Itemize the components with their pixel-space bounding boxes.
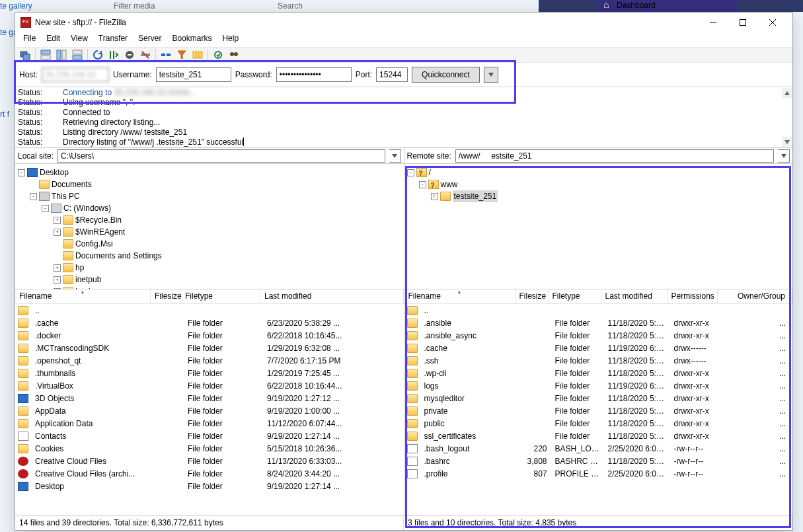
col-header[interactable]: Filetype [181, 289, 260, 303]
svg-rect-10 [128, 54, 132, 56]
tree-node[interactable]: -/ [407, 167, 790, 178]
bg-text[interactable]: rt f [0, 110, 9, 119]
maximize-button[interactable] [728, 13, 757, 32]
file-row[interactable]: CookiesFile folder5/15/2018 10:26:36... [15, 442, 404, 455]
col-header[interactable]: Filesize [151, 289, 181, 303]
disconnect-icon[interactable] [138, 48, 153, 61]
col-header[interactable]: Last modified [601, 289, 668, 303]
tree-node[interactable]: +inetpub [18, 274, 401, 285]
titlebar[interactable]: New site - sftp:// - FileZilla [15, 13, 792, 32]
file-row[interactable]: .profile807PROFILE File2/25/2020 6:03:..… [404, 467, 793, 480]
menu-help[interactable]: Help [217, 32, 244, 47]
site-manager-icon[interactable] [18, 48, 32, 61]
file-row[interactable]: .sshFile folder11/18/2020 5:4...drwx----… [404, 354, 793, 367]
file-row[interactable]: DesktopFile folder9/19/2020 1:27:14 ... [15, 480, 404, 492]
file-row[interactable]: .VirtualBoxFile folder6/22/2018 10:16:44… [15, 379, 404, 392]
file-row[interactable]: .bashrc3,808BASHRC File11/18/2020 5:4...… [404, 455, 793, 467]
file-row[interactable]: .MCTranscodingSDKFile folder1/29/2019 6:… [15, 342, 404, 354]
col-header[interactable]: Owner/Group [718, 289, 793, 303]
tree-node[interactable]: Config.Msi [18, 238, 401, 250]
close-button[interactable] [757, 13, 787, 32]
refresh-icon[interactable] [91, 48, 105, 61]
menu-transfer[interactable]: Transfer [93, 32, 133, 47]
sync-browse-icon[interactable] [211, 48, 225, 61]
remote-site-input[interactable] [455, 149, 774, 163]
dashboard-link[interactable]: Dashboard [598, 0, 737, 12]
file-row[interactable]: 3D ObjectsFile folder9/19/2020 1:27:12 .… [15, 392, 404, 404]
file-row[interactable]: ContactsFile folder9/19/2020 1:27:14 ... [15, 430, 404, 442]
tree-node[interactable]: -Desktop [18, 167, 401, 178]
file-row[interactable]: .ansible_asyncFile folder11/18/2020 5:4.… [404, 329, 793, 342]
tree-node[interactable]: Documents [18, 178, 401, 190]
file-row[interactable]: .cacheFile folder6/23/2020 5:38:29 ... [15, 317, 404, 329]
tree-node[interactable]: -C: (Windows) [18, 202, 401, 214]
filter-icon[interactable] [174, 48, 189, 61]
file-row[interactable]: .wp-cliFile folder11/18/2020 5:4...drwxr… [404, 367, 793, 379]
file-row[interactable]: Creative Cloud FilesFile folder11/13/202… [15, 455, 404, 467]
port-input[interactable] [376, 67, 408, 82]
menu-bookmarks[interactable]: Bookmarks [167, 32, 217, 47]
menu-view[interactable]: View [65, 32, 93, 47]
file-row[interactable]: .thumbnailsFile folder1/29/2019 7:25:45 … [15, 367, 404, 379]
search-icon[interactable] [227, 48, 241, 61]
scroll-down-button[interactable] [782, 137, 792, 147]
scroll-up-button[interactable] [782, 88, 792, 98]
minimize-button[interactable] [698, 13, 728, 32]
toggle-queue-icon[interactable] [70, 48, 85, 61]
tree-node[interactable]: +hp [18, 262, 401, 274]
file-row[interactable]: publicFile folder11/18/2020 5:4...drwxr-… [404, 417, 793, 430]
local-site-dropdown[interactable] [389, 149, 401, 163]
tree-node[interactable]: Documents and Settings [18, 250, 401, 262]
col-header[interactable]: Permissions [668, 289, 718, 303]
local-tree[interactable]: -DesktopDocuments-This PC-C: (Windows)+$… [15, 163, 404, 289]
menu-server[interactable]: Server [133, 32, 167, 47]
tree-node[interactable]: -This PC [18, 190, 401, 202]
file-row[interactable]: .bash_logout220BASH_LOG...2/25/2020 6:03… [404, 442, 793, 455]
tree-node[interactable]: +$Recycle.Bin [18, 214, 401, 226]
file-row[interactable]: .dockerFile folder6/22/2018 10:16:45... [15, 329, 404, 342]
file-row[interactable]: .openshot_qtFile folder7/7/2020 6:17:15 … [15, 354, 404, 367]
local-site-input[interactable] [57, 149, 385, 163]
toolbar [15, 47, 792, 63]
file-row[interactable]: Creative Cloud Files (archi...File folde… [15, 467, 404, 480]
file-row[interactable]: mysqleditorFile folder11/18/2020 5:4...d… [404, 392, 793, 404]
toggle-log-icon[interactable] [38, 48, 53, 61]
col-header[interactable]: Filename▴ [404, 289, 516, 303]
file-row[interactable]: logsFile folder11/19/2020 6:0...drwxr-xr… [404, 379, 793, 392]
reconnect-icon[interactable] [159, 48, 173, 61]
compare-icon[interactable] [190, 48, 205, 61]
file-row[interactable]: privateFile folder11/18/2020 5:4...drwxr… [404, 404, 793, 417]
col-header[interactable]: Filesize [516, 289, 549, 303]
quickconnect-dropdown[interactable] [484, 67, 498, 83]
log-row: Status:Directory listing of "/www/j .tes… [18, 137, 790, 147]
tree-node[interactable]: +testsite_251 [407, 190, 790, 202]
message-log[interactable]: Status:Connecting to 35.239.158.15:15244… [15, 87, 792, 147]
file-row[interactable]: .ansibleFile folder11/18/2020 5:4...drwx… [404, 317, 793, 329]
password-input[interactable] [276, 67, 352, 82]
tree-node[interactable]: -www [407, 178, 790, 190]
file-row[interactable]: .. [15, 304, 404, 317]
col-header[interactable]: Filetype [549, 289, 601, 303]
file-row[interactable]: Application DataFile folder11/12/2020 6:… [15, 417, 404, 430]
file-row[interactable]: .cacheFile folder11/19/2020 6:0...drwx--… [404, 342, 793, 354]
local-filelist[interactable]: Filename▴FilesizeFiletypeLast modified .… [15, 289, 404, 494]
menu-file[interactable]: File [18, 32, 41, 47]
remote-filelist[interactable]: Filename▴FilesizeFiletypeLast modifiedPe… [404, 289, 793, 494]
col-header[interactable]: Last modified [260, 289, 404, 303]
username-input[interactable] [156, 67, 231, 82]
bg-text[interactable]: te gallery [0, 1, 32, 11]
quickconnect-button[interactable]: Quickconnect [412, 67, 480, 83]
col-header[interactable]: Filename▴ [15, 289, 151, 303]
file-row[interactable]: .. [404, 304, 793, 317]
menu-edit[interactable]: Edit [41, 32, 65, 47]
toggle-tree-icon[interactable] [54, 48, 69, 61]
host-input[interactable] [42, 67, 109, 82]
remote-tree[interactable]: -/-www+testsite_251 [404, 163, 793, 289]
file-row[interactable]: AppDataFile folder9/19/2020 1:00:00 ... [15, 404, 404, 417]
file-row[interactable]: ssl_certificatesFile folder11/18/2020 5:… [404, 430, 793, 442]
process-queue-icon[interactable] [106, 48, 121, 61]
svg-rect-16 [198, 52, 202, 58]
tree-node[interactable]: +$WinREAgent [18, 226, 401, 238]
remote-site-dropdown[interactable] [778, 149, 790, 163]
cancel-icon[interactable] [122, 48, 137, 61]
